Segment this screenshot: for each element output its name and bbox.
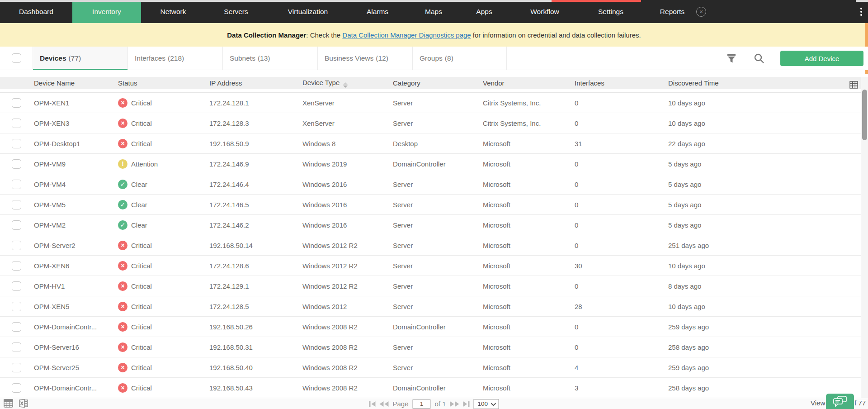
tab-groups[interactable]: Groups(8) — [413, 47, 507, 70]
tab-devices[interactable]: Devices(77) — [33, 47, 128, 70]
cell-device-name[interactable]: OPM-Server25 — [34, 364, 118, 371]
add-device-button[interactable]: Add Device — [780, 51, 863, 66]
row-checkbox[interactable] — [12, 119, 21, 128]
banner-close-icon[interactable]: × — [696, 7, 706, 17]
cell-device-type: Windows 8 — [302, 140, 393, 147]
cell-category: Server — [393, 181, 483, 188]
scrollbar-thumb[interactable] — [862, 90, 867, 140]
table-row[interactable]: OPM-HV1 × Critical 172.24.129.1 Windows … — [0, 276, 868, 296]
table-row[interactable]: OPM-VM4 ✓ Clear 172.24.146.4 Windows 201… — [0, 174, 868, 195]
cell-device-name[interactable]: OPM-Server16 — [34, 343, 118, 351]
table-row[interactable]: OPM-VM2 ✓ Clear 172.24.146.2 Windows 201… — [0, 215, 868, 235]
row-checkbox[interactable] — [12, 98, 21, 108]
row-checkbox[interactable] — [12, 159, 21, 169]
nav-item-maps[interactable]: Maps — [406, 0, 461, 23]
cell-device-name[interactable]: OPM-VM4 — [34, 181, 118, 188]
table-row[interactable]: OPM-Desktop1 × Critical 192.168.50.9 Win… — [0, 133, 868, 154]
cell-device-name[interactable]: OPM-DomainContr... — [34, 323, 118, 331]
cell-device-name[interactable]: OPM-XEN6 — [34, 262, 118, 270]
cell-device-name[interactable]: OPM-Server2 — [34, 242, 118, 249]
cell-interfaces: 31 — [575, 140, 667, 147]
col-ip-address[interactable]: IP Address — [209, 79, 302, 87]
cell-device-name[interactable]: OPM-XEN5 — [34, 303, 118, 310]
cell-device-name[interactable]: OPM-VM9 — [34, 160, 118, 168]
page-number-input[interactable] — [413, 399, 431, 409]
diagnostics-page-link[interactable]: Data Collection Manager Diagnostics page — [342, 31, 471, 39]
cell-device-name[interactable]: OPM-XEN3 — [34, 119, 118, 127]
row-checkbox[interactable] — [12, 302, 21, 311]
tab-business-views[interactable]: Business Views(12) — [318, 47, 413, 70]
row-checkbox[interactable] — [12, 281, 21, 291]
row-checkbox[interactable] — [12, 200, 21, 209]
col-vendor[interactable]: Vendor — [483, 79, 575, 87]
filter-icon[interactable] — [726, 52, 737, 64]
page-size-select[interactable]: 100 — [474, 399, 499, 409]
cell-device-name[interactable]: OPM-VM2 — [34, 221, 118, 229]
row-checkbox[interactable] — [12, 363, 21, 372]
nav-item-alarms[interactable]: Alarms — [349, 0, 406, 23]
col-device-type[interactable]: Device Type — [302, 79, 393, 88]
cell-category: DomainController — [393, 160, 483, 168]
row-checkbox[interactable] — [12, 383, 21, 393]
last-page-button[interactable] — [463, 401, 470, 407]
cell-interfaces: 0 — [575, 323, 667, 331]
cell-device-name[interactable]: OPM-Desktop1 — [34, 140, 118, 147]
nav-item-servers[interactable]: Servers — [205, 0, 267, 23]
cell-ip-address: 172.24.128.6 — [209, 262, 302, 270]
table-row[interactable]: OPM-XEN1 × Critical 172.24.128.1 XenServ… — [0, 93, 868, 113]
nav-item-virtualization[interactable]: Virtualization — [267, 0, 349, 23]
table-row[interactable]: OPM-Server2 × Critical 192.168.50.14 Win… — [0, 235, 868, 256]
table-row[interactable]: OPM-XEN5 × Critical 172.24.128.5 Windows… — [0, 296, 868, 317]
overflow-menu-icon[interactable] — [858, 6, 864, 17]
loading-bar-track — [0, 0, 552, 2]
row-checkbox[interactable] — [12, 180, 21, 189]
cell-discovered-time: 5 days ago — [667, 160, 868, 168]
nav-item-workflow[interactable]: Workflow — [507, 0, 582, 23]
nav-item-settings[interactable]: Settings — [582, 0, 639, 23]
table-row[interactable]: OPM-Server16 × Critical 192.168.50.31 Wi… — [0, 337, 868, 357]
table-row[interactable]: OPM-XEN6 × Critical 172.24.128.6 Windows… — [0, 256, 868, 276]
cell-device-name[interactable]: OPM-HV1 — [34, 282, 118, 290]
row-checkbox[interactable] — [12, 322, 21, 332]
cell-discovered-time: 5 days ago — [667, 221, 868, 229]
next-page-button[interactable] — [450, 401, 459, 407]
col-status[interactable]: Status — [118, 79, 209, 87]
row-checkbox[interactable] — [12, 342, 21, 352]
vertical-scrollbar[interactable] — [861, 77, 868, 398]
previous-page-button[interactable] — [379, 401, 388, 407]
row-checkbox[interactable] — [12, 220, 21, 230]
tab-subnets[interactable]: Subnets(13) — [223, 47, 318, 70]
row-checkbox[interactable] — [12, 139, 21, 148]
table-export-icon[interactable] — [4, 399, 13, 409]
table-row[interactable]: OPM-VM5 ✓ Clear 172.24.146.5 Windows 201… — [0, 195, 868, 215]
nav-item-inventory[interactable]: Inventory — [72, 0, 141, 23]
excel-export-icon[interactable] — [19, 399, 28, 409]
cell-device-name[interactable]: OPM-DomainContr... — [34, 384, 118, 392]
search-icon[interactable] — [753, 52, 765, 64]
nav-item-network[interactable]: Network — [141, 0, 205, 23]
chat-feedback-button[interactable] — [826, 394, 854, 409]
table-row[interactable]: OPM-DomainContr... × Critical 192.168.50… — [0, 378, 868, 398]
table-row[interactable]: OPM-Server25 × Critical 192.168.50.40 Wi… — [0, 357, 868, 378]
select-all-checkbox[interactable] — [12, 53, 21, 63]
col-device-name[interactable]: Device Name — [34, 79, 118, 87]
cell-device-name[interactable]: OPM-XEN1 — [34, 99, 118, 107]
row-checkbox[interactable] — [12, 241, 21, 250]
nav-item-dashboard[interactable]: Dashboard — [0, 0, 72, 23]
row-checkbox[interactable] — [12, 261, 21, 271]
nav-item-reports[interactable]: Reports — [639, 0, 705, 23]
col-interfaces[interactable]: Interfaces — [575, 79, 667, 87]
table-row[interactable]: OPM-DomainContr... × Critical 192.168.50… — [0, 317, 868, 337]
col-discovered-time[interactable]: Discovered Time — [667, 79, 719, 87]
sort-icon[interactable] — [343, 82, 348, 88]
nav-item-apps[interactable]: Apps — [461, 0, 507, 23]
col-category[interactable]: Category — [393, 79, 483, 87]
table-row[interactable]: OPM-VM9 ! Attention 172.24.146.9 Windows… — [0, 154, 868, 174]
cell-device-name[interactable]: OPM-VM5 — [34, 201, 118, 209]
table-row[interactable]: OPM-XEN3 × Critical 172.24.128.3 XenServ… — [0, 113, 868, 133]
cell-status: × Critical — [118, 241, 209, 250]
column-chooser-icon[interactable] — [849, 81, 858, 90]
tab-interfaces[interactable]: Interfaces(218) — [128, 47, 223, 70]
status-critical-icon: × — [118, 363, 127, 372]
first-page-button[interactable] — [369, 401, 375, 407]
